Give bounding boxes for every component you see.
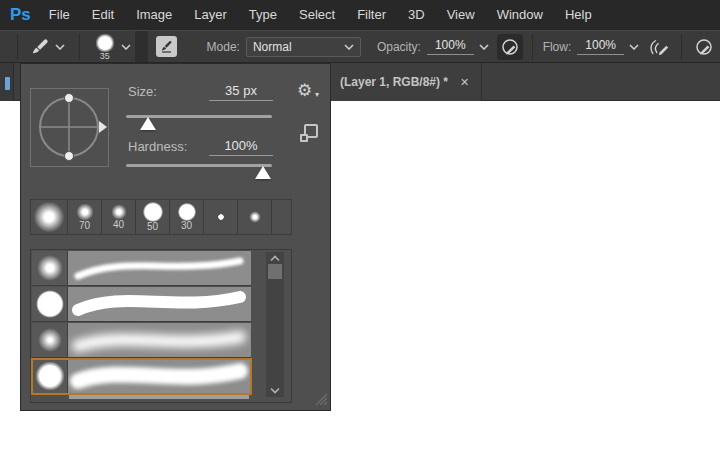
active-tool-indicator <box>5 77 10 90</box>
menu-view[interactable]: View <box>436 0 486 30</box>
brush-preset-picker[interactable]: 35 <box>94 34 116 60</box>
resize-grip-icon[interactable] <box>312 393 327 405</box>
brush-preset[interactable] <box>31 200 68 234</box>
document-tab[interactable]: (Layer 1, RGB/8#) * ✕ <box>331 63 482 101</box>
preset-size-label: 30 <box>181 221 192 231</box>
hardness-label: Hardness: <box>128 139 187 154</box>
scrollbar-thumb[interactable] <box>268 264 282 279</box>
hardness-value[interactable]: 100% <box>209 138 273 156</box>
brush-size-number: 35 <box>94 52 116 60</box>
menu-image[interactable]: Image <box>125 0 183 30</box>
brush-tool-preset[interactable] <box>30 37 65 57</box>
menu-window[interactable]: Window <box>486 0 554 30</box>
size-slider-thumb[interactable] <box>140 117 156 130</box>
vertical-scrollbar[interactable] <box>266 252 284 397</box>
brush-dot-soft <box>33 201 65 233</box>
menu-help[interactable]: Help <box>554 0 603 30</box>
create-new-brush-button[interactable] <box>304 124 318 138</box>
opacity-label: Opacity: <box>377 40 421 54</box>
close-tab-icon[interactable]: ✕ <box>460 76 469 89</box>
mode-value: Normal <box>253 40 292 54</box>
chevron-down-icon[interactable] <box>479 44 489 50</box>
menu-3d[interactable]: 3D <box>397 0 436 30</box>
caret-down-icon: ▾ <box>315 90 319 99</box>
chevron-down-icon[interactable] <box>121 44 131 50</box>
mode-dropdown[interactable]: Normal <box>246 37 361 57</box>
brush-preset[interactable]: 40 <box>102 200 136 234</box>
hardness-slider-thumb[interactable] <box>255 166 271 179</box>
hardness-slider-track[interactable] <box>126 164 272 167</box>
size-label: Size: <box>128 84 157 99</box>
menu-layer[interactable]: Layer <box>183 0 238 30</box>
new-brush-sub-icon <box>300 134 308 142</box>
brush-preset[interactable] <box>204 200 238 234</box>
pressure-size-icon <box>694 37 714 57</box>
brush-stroke-list <box>30 249 292 403</box>
gear-icon[interactable]: ⚙ <box>297 80 312 101</box>
brush-dot-soft <box>249 211 261 223</box>
tools-panel-edge <box>0 63 14 101</box>
divider <box>135 31 148 62</box>
brush-stroke-row[interactable] <box>32 323 251 358</box>
menu-select[interactable]: Select <box>288 0 346 30</box>
pressure-opacity-button[interactable] <box>497 34 523 60</box>
scroll-up-icon[interactable] <box>269 255 281 262</box>
preset-size-label: 50 <box>147 222 158 232</box>
document-title: (Layer 1, RGB/8#) * <box>340 75 448 89</box>
brush-stroke-row[interactable] <box>32 251 251 286</box>
brush-preset[interactable]: 70 <box>68 200 102 234</box>
size-value[interactable]: 35 px <box>209 83 273 101</box>
menu-file[interactable]: File <box>38 0 81 30</box>
brush-settings-icon <box>160 40 173 53</box>
brush-preset[interactable] <box>238 200 272 234</box>
divider <box>79 34 80 60</box>
divider <box>681 34 682 60</box>
brush-tip-cell <box>32 323 68 357</box>
airbrush-button[interactable] <box>646 34 672 60</box>
brush-preset[interactable]: 50 <box>136 200 170 234</box>
brush-preset[interactable]: 30 <box>170 200 204 234</box>
brush-dot-hard <box>218 214 224 220</box>
brush-tip-cell <box>32 359 68 393</box>
brush-stroke-preview <box>68 251 251 285</box>
brush-tip-preview <box>96 34 114 52</box>
brush-stroke-preview <box>68 287 251 321</box>
angle-roundness-icon <box>31 89 108 166</box>
brush-tool-icon <box>30 37 50 57</box>
divider <box>17 34 18 60</box>
menu-filter[interactable]: Filter <box>346 0 397 30</box>
chevron-down-icon <box>55 44 65 50</box>
brush-dot-soft <box>76 203 94 221</box>
menu-edit[interactable]: Edit <box>81 0 125 30</box>
pressure-opacity-icon <box>500 37 520 57</box>
brush-stroke-row-selected[interactable] <box>32 359 251 394</box>
brush-stroke-row[interactable] <box>32 287 251 322</box>
brush-preset-panel: Size: 35 px Hardness: 100% ⚙ ▾ 70 40 50 … <box>20 63 331 411</box>
flow-label: Flow: <box>543 40 572 54</box>
flow-value[interactable]: 100% <box>577 38 624 55</box>
preset-size-label: 70 <box>79 221 90 231</box>
brush-stroke-preview <box>68 323 251 357</box>
mode-label: Mode: <box>207 40 240 54</box>
brush-tip-cell <box>32 251 68 285</box>
options-bar: 35 Mode: Normal Opacity: 100% Flow: 100% <box>0 30 720 63</box>
opacity-value[interactable]: 100% <box>427 38 474 55</box>
scroll-down-icon[interactable] <box>269 387 281 394</box>
divider <box>532 34 533 60</box>
preset-size-label: 40 <box>113 220 124 230</box>
brush-tip-cell <box>32 287 68 321</box>
brush-angle-control[interactable] <box>30 88 109 167</box>
menu-type[interactable]: Type <box>238 0 288 30</box>
photoshop-logo: Ps <box>0 5 38 25</box>
brush-dot-hard <box>178 203 196 221</box>
menu-bar: Ps File Edit Image Layer Type Select Fil… <box>0 0 720 30</box>
brush-preset-size-row: 70 40 50 30 <box>30 199 292 235</box>
chevron-down-icon[interactable] <box>629 44 639 50</box>
brush-dot-hard <box>143 202 163 222</box>
brush-dot-soft <box>111 204 127 220</box>
pressure-size-button[interactable] <box>691 34 717 60</box>
chevron-down-icon <box>344 44 354 50</box>
brush-stroke-preview <box>68 359 251 393</box>
toggle-brush-settings-button[interactable] <box>156 36 177 57</box>
airbrush-icon <box>647 37 671 57</box>
